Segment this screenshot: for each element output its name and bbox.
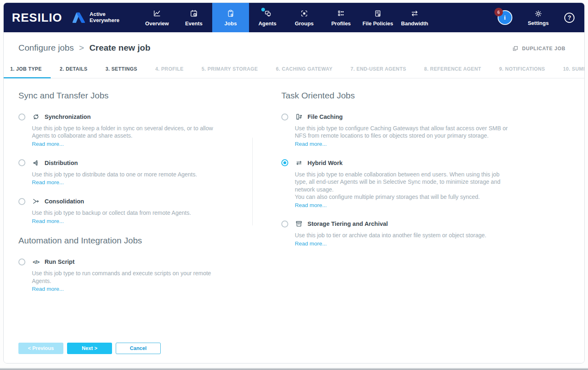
resilio-logo: RESILIO	[12, 11, 62, 25]
read-more-link[interactable]: Read more...	[32, 179, 64, 186]
main-nav: Overview Events Jobs	[139, 3, 433, 32]
tab-job-type[interactable]: 1. JOB TYPE	[4, 66, 51, 78]
page-title: Create new job	[89, 43, 150, 52]
nav-item-settings[interactable]: Settings	[528, 9, 549, 26]
agents-devices-icon	[263, 9, 272, 18]
tab-summary: 10. SUMMARY	[554, 66, 585, 78]
breadcrumb-configure-jobs[interactable]: Configure jobs	[18, 43, 74, 52]
run-script-code-icon: </>	[32, 258, 40, 266]
job-description: Use this job to tier or archive data int…	[295, 232, 511, 239]
nav-label: File Policies	[362, 20, 393, 27]
active-everywhere-mark-icon	[71, 10, 87, 25]
run-script-radio[interactable]	[18, 259, 25, 265]
section-automation-title: Automation and Integration Jobs	[18, 236, 258, 245]
job-description: Use this job type to run commands and ex…	[32, 270, 229, 285]
tab-reference-agent: 8. REFERENCE AGENT	[415, 66, 490, 78]
nav-item-groups[interactable]: Groups	[286, 3, 323, 32]
job-type-columns: Sync and Transfer Jobs Synchronization	[4, 91, 584, 304]
job-title: Run Script	[45, 259, 74, 265]
profiles-list-icon	[337, 9, 346, 18]
section-task-oriented-title: Task Oriented Jobs	[281, 91, 570, 100]
app-window: RESILIO Active Everywhere	[3, 2, 585, 363]
nav-item-agents[interactable]: Agents	[249, 3, 286, 32]
bandwidth-arrows-icon	[410, 9, 419, 18]
nav-item-overview[interactable]: Overview	[139, 3, 175, 32]
nav-label: Bandwidth	[401, 20, 428, 27]
settings-label: Settings	[528, 20, 549, 26]
top-navigation-bar: RESILIO Active Everywhere	[4, 3, 584, 32]
read-more-link[interactable]: Read more...	[32, 218, 64, 225]
events-calendar-icon	[189, 9, 198, 18]
nav-label: Events	[185, 20, 203, 27]
jobs-clipboard-icon	[226, 9, 235, 18]
hybrid-work-radio-selected[interactable]	[281, 159, 288, 166]
job-option-hybrid-work: Hybrid Work Use this job type to enable …	[281, 159, 570, 209]
nav-label: Jobs	[224, 20, 237, 27]
nav-item-events[interactable]: Events	[175, 3, 212, 32]
agents-notification-dot	[261, 8, 265, 11]
info-button[interactable]: 6 i	[498, 10, 512, 25]
previous-button[interactable]: < Previous	[18, 343, 63, 354]
job-description-line2: You can also configure multiple primary …	[295, 193, 511, 201]
tab-caching-gateway: 6. CACHING GATEWAY	[267, 66, 342, 78]
nav-label: Overview	[145, 20, 169, 27]
breadcrumb: Configure jobs > Create new job	[18, 43, 150, 53]
job-title: Hybrid Work	[307, 160, 343, 166]
duplicate-copy-icon	[512, 45, 518, 52]
job-description: Use this job type to configure Caching G…	[295, 125, 511, 140]
synchronization-radio[interactable]	[18, 114, 25, 120]
consolidation-icon	[32, 197, 40, 205]
nav-item-file-policies[interactable]: File Policies	[359, 3, 396, 32]
tab-details[interactable]: 2. DETAILS	[51, 66, 97, 78]
job-title: Distribution	[45, 160, 78, 166]
job-option-storage-tiering: Storage Tiering and Archival Use this jo…	[281, 220, 570, 247]
job-description: Use this job type to keep a folder in sy…	[32, 125, 229, 140]
read-more-link[interactable]: Read more...	[295, 202, 327, 209]
nav-label: Agents	[258, 20, 276, 27]
hybrid-work-icon	[295, 159, 303, 167]
storage-tiering-radio[interactable]	[281, 221, 288, 227]
file-policies-document-icon	[373, 9, 382, 18]
window-bottom-edge	[0, 368, 588, 370]
gear-icon	[534, 9, 543, 18]
help-button[interactable]: ?	[564, 13, 575, 23]
read-more-link[interactable]: Read more...	[295, 140, 327, 148]
job-option-file-caching: File Caching Use this job type to config…	[281, 113, 570, 148]
next-button[interactable]: Next >	[67, 343, 112, 354]
page-header: Configure jobs > Create new job DUPLICAT…	[4, 32, 584, 53]
distribution-icon	[32, 159, 40, 167]
question-mark-icon: ?	[568, 14, 571, 21]
groups-icon	[300, 9, 309, 18]
wizard-tab-bar: 1. JOB TYPE 2. DETAILS 3. SETTINGS 4. PR…	[4, 66, 584, 78]
job-description: Use this job type to backup or collect d…	[32, 209, 229, 216]
job-title: File Caching	[307, 114, 343, 120]
job-option-distribution: Distribution Use this job type to distri…	[18, 159, 258, 186]
read-more-link[interactable]: Read more...	[295, 240, 327, 247]
tab-settings[interactable]: 3. SETTINGS	[97, 66, 146, 78]
main-content: Configure jobs > Create new job DUPLICAT…	[4, 32, 584, 363]
cancel-button[interactable]: Cancel	[116, 343, 161, 354]
distribution-radio[interactable]	[18, 159, 25, 166]
nav-item-jobs[interactable]: Jobs	[212, 3, 249, 32]
notification-badge: 6	[494, 8, 503, 16]
nav-label: Groups	[295, 20, 314, 27]
read-more-link[interactable]: Read more...	[32, 140, 64, 148]
job-option-consolidation: Consolidation Use this job type to backu…	[18, 197, 258, 225]
job-description: Use this job type to enable collaboratio…	[295, 171, 511, 193]
synchronization-icon	[32, 113, 40, 121]
read-more-link[interactable]: Read more...	[32, 285, 64, 293]
nav-item-profiles[interactable]: Profiles	[323, 3, 359, 32]
duplicate-job-label: DUPLICATE JOB	[522, 46, 566, 51]
nav-item-bandwidth[interactable]: Bandwidth	[396, 3, 433, 32]
job-title: Synchronization	[45, 114, 91, 120]
job-title: Storage Tiering and Archival	[307, 221, 388, 227]
breadcrumb-separator: >	[79, 43, 84, 52]
archive-box-icon	[295, 220, 303, 228]
duplicate-job-button[interactable]: DUPLICATE JOB	[512, 45, 566, 52]
file-caching-radio[interactable]	[281, 114, 288, 120]
right-column: Task Oriented Jobs File Caching	[281, 91, 570, 304]
active-everywhere-wordmark: Active Everywhere	[90, 11, 119, 23]
job-option-run-script: </> Run Script Use this job type to run …	[18, 258, 258, 293]
consolidation-radio[interactable]	[18, 198, 25, 205]
tab-end-user-agents: 7. END-USER AGENTS	[341, 66, 415, 78]
